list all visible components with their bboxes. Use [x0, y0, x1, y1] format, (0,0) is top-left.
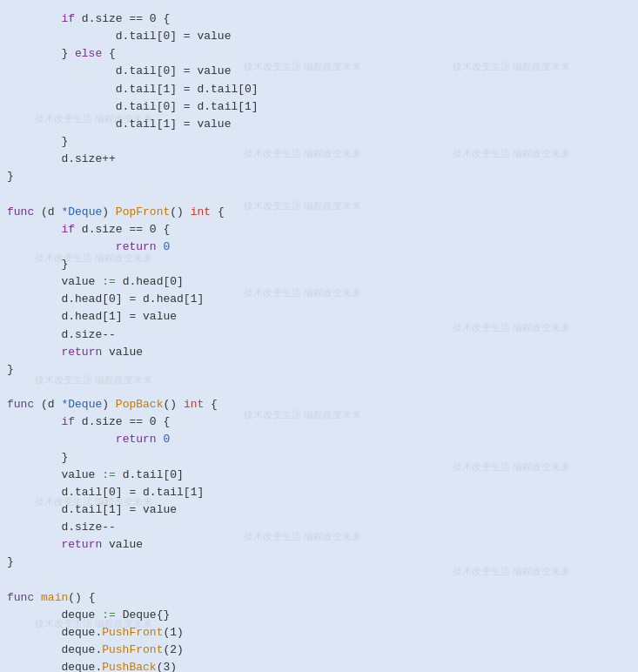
- code-line: deque := Deque{}: [7, 607, 624, 624]
- code-line: } else {: [7, 45, 624, 63]
- code-line: d.size++: [7, 151, 624, 168]
- code-line: deque.PushFront(1): [7, 624, 624, 642]
- code-line: d.tail[0] = value: [7, 63, 624, 80]
- code-line: d.tail[1] = d.tail[0]: [7, 81, 624, 98]
- code-line: }: [7, 133, 624, 151]
- code-line: d.size--: [7, 326, 624, 344]
- code-line: d.tail[0] = d.tail[1]: [7, 484, 624, 501]
- code-line: d.tail[0] = value: [7, 28, 624, 45]
- code-line: if d.size == 0 {: [7, 413, 624, 431]
- code-line: }: [7, 168, 624, 185]
- code-line: }: [7, 449, 624, 467]
- code-line: value := d.tail[0]: [7, 467, 624, 484]
- code-line: return 0: [7, 239, 624, 256]
- code-line: if d.size == 0 {: [7, 10, 624, 28]
- code-line: }: [7, 554, 624, 571]
- code-line: func (d *Deque) PopBack() int {: [7, 396, 624, 413]
- code-container: 技术改变生活 编程改变未来 技术改变生活 编程改变未来 技术改变生活 编程改变未…: [0, 7, 638, 672]
- code-line: [7, 379, 624, 396]
- code-line: func main() {: [7, 589, 624, 607]
- code-line: d.head[0] = d.head[1]: [7, 291, 624, 308]
- code-line: return 0: [7, 431, 624, 448]
- code-line: return value: [7, 536, 624, 554]
- code-line: [7, 572, 624, 589]
- code-line: }: [7, 361, 624, 379]
- code-line: [7, 185, 624, 203]
- code-line: d.head[1] = value: [7, 308, 624, 326]
- code-line: d.tail[0] = d.tail[1]: [7, 98, 624, 116]
- code-line: }: [7, 256, 624, 273]
- code-line: value := d.head[0]: [7, 273, 624, 291]
- code-line: deque.PushBack(3): [7, 659, 624, 672]
- code-line: func (d *Deque) PopFront() int {: [7, 204, 624, 221]
- code-line: deque.PushFront(2): [7, 642, 624, 659]
- code-line: if d.size == 0 {: [7, 221, 624, 239]
- code-line: d.size--: [7, 519, 624, 536]
- code-line: d.tail[1] = value: [7, 501, 624, 519]
- code-line: d.tail[1] = value: [7, 116, 624, 133]
- code-line: return value: [7, 344, 624, 361]
